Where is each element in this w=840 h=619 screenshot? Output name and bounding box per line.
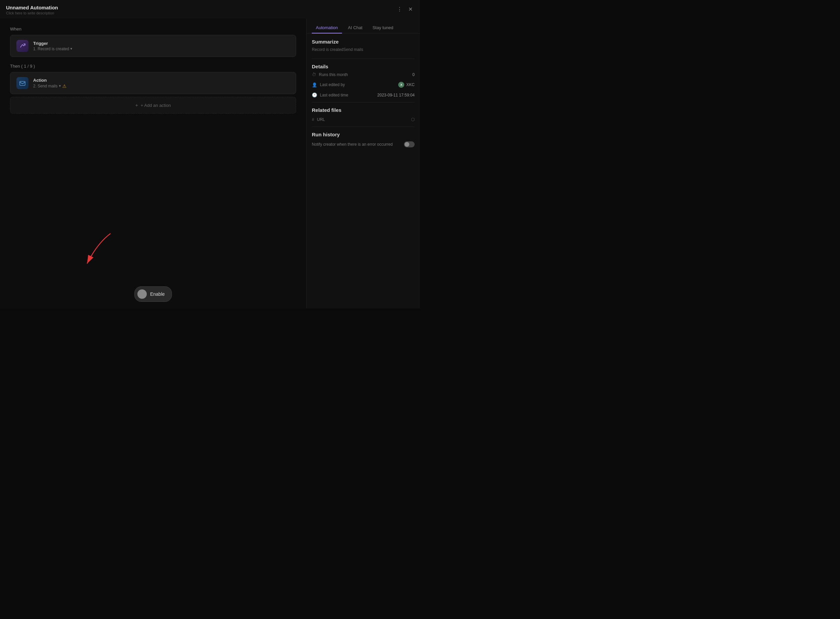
trigger-chevron-icon[interactable]: ▾ <box>70 46 72 51</box>
main-layout: When Trigger 1. Record is created ▾ <box>0 18 420 308</box>
trigger-card-content: Trigger 1. Record is created ▾ <box>33 41 72 51</box>
close-button[interactable]: ✕ <box>407 5 414 14</box>
app-description[interactable]: Click here to write description <box>6 11 58 15</box>
details-section: Details ⏱ Runs this month 0 👤 Last edite… <box>312 64 415 97</box>
detail-label-edited-time: 🕐 Last edited time <box>312 93 348 97</box>
warning-icon: ⚠ <box>62 84 67 89</box>
svg-rect-0 <box>20 81 25 85</box>
action-card-content: Action 2. Send mails ▾ ⚠ <box>33 78 67 89</box>
when-section: When Trigger 1. Record is created ▾ <box>10 27 296 57</box>
header-right: ⋮ ✕ <box>396 5 414 14</box>
detail-edited-time-text: Last edited time <box>320 93 348 97</box>
detail-value-edited-by: X XKC <box>398 82 415 88</box>
summary-text: Record is createdSend mails <box>312 47 415 52</box>
detail-row-edited-by: 👤 Last edited by X XKC <box>312 82 415 88</box>
detail-value-runs: 0 <box>412 72 415 77</box>
detail-runs-text: Runs this month <box>319 72 348 77</box>
header: Unnamed Automation Click here to write d… <box>0 0 420 18</box>
action-card[interactable]: Action 2. Send mails ▾ ⚠ <box>10 72 296 94</box>
action-mail-icon <box>19 80 26 87</box>
enable-area: Enable <box>134 286 172 302</box>
left-panel: When Trigger 1. Record is created ▾ <box>0 18 306 308</box>
toggle-knob <box>405 142 409 147</box>
action-card-subtitle: 2. Send mails ▾ ⚠ <box>33 84 67 89</box>
trigger-svg-icon <box>19 43 26 49</box>
detail-label-runs: ⏱ Runs this month <box>312 72 348 77</box>
summarize-section: Summarize Record is createdSend mails <box>312 39 415 52</box>
tab-ai-chat[interactable]: AI Chat <box>344 22 366 33</box>
enable-label: Enable <box>150 292 165 297</box>
avatar: X <box>398 82 404 88</box>
detail-row-runs: ⏱ Runs this month 0 <box>312 72 415 77</box>
trigger-card-title: Trigger <box>33 41 72 46</box>
user-icon: 👤 <box>312 82 317 87</box>
trigger-subtitle-text[interactable]: 1. Record is created <box>33 46 69 51</box>
divider-3 <box>312 127 415 127</box>
right-panel: Automation AI Chat Stay tuned Summarize … <box>306 18 420 308</box>
close-icon: ✕ <box>408 6 413 12</box>
related-files-section: Related files # URL ⬡ <box>312 107 415 122</box>
red-arrow-annotation <box>67 230 121 272</box>
action-subtitle-text[interactable]: 2. Send mails <box>33 84 58 88</box>
related-files-title: Related files <box>312 107 415 113</box>
tab-automation[interactable]: Automation <box>312 22 342 33</box>
plus-icon: + <box>135 103 138 108</box>
tab-stay-tuned[interactable]: Stay tuned <box>368 22 397 33</box>
action-card-icon <box>16 77 28 89</box>
url-row: # URL ⬡ <box>312 117 415 122</box>
run-history-section: Run history Notify creator when there is… <box>312 132 415 147</box>
add-action-label: + Add an action <box>140 103 171 108</box>
more-icon: ⋮ <box>397 6 402 12</box>
hash-icon: # <box>312 117 314 122</box>
clock-icon: 🕐 <box>312 93 317 97</box>
action-card-title: Action <box>33 78 67 83</box>
trigger-card-icon <box>16 40 28 52</box>
notify-toggle[interactable] <box>404 141 415 147</box>
detail-label-edited-by: 👤 Last edited by <box>312 82 345 87</box>
detail-value-edited-time: 2023-09-11 17:59:04 <box>377 93 415 97</box>
details-title: Details <box>312 64 415 69</box>
right-content: Summarize Record is createdSend mails De… <box>306 33 420 153</box>
detail-edited-by-text: Last edited by <box>320 82 345 87</box>
url-label: URL <box>317 117 325 122</box>
notify-text: Notify creator when there is an error oc… <box>312 142 393 147</box>
summarize-title: Summarize <box>312 39 415 45</box>
enable-button[interactable]: Enable <box>134 286 172 302</box>
divider-1 <box>312 58 415 59</box>
runs-icon: ⏱ <box>312 72 316 77</box>
run-history-title: Run history <box>312 132 415 138</box>
when-label: When <box>10 27 296 31</box>
trigger-card[interactable]: Trigger 1. Record is created ▾ <box>10 35 296 57</box>
notify-row: Notify creator when there is an error oc… <box>312 141 415 147</box>
tabs: Automation AI Chat Stay tuned <box>306 18 420 33</box>
url-left: # URL <box>312 117 325 122</box>
add-action-card[interactable]: + + Add an action <box>10 97 296 114</box>
external-link-icon[interactable]: ⬡ <box>411 117 415 122</box>
app-title[interactable]: Unnamed Automation <box>6 5 58 10</box>
then-label: Then ( 1 / 9 ) <box>10 64 296 69</box>
more-options-button[interactable]: ⋮ <box>396 5 404 14</box>
action-chevron-icon[interactable]: ▾ <box>59 84 61 88</box>
trigger-card-subtitle: 1. Record is created ▾ <box>33 46 72 51</box>
toggle-circle <box>138 289 147 299</box>
divider-2 <box>312 102 415 103</box>
header-left: Unnamed Automation Click here to write d… <box>6 5 58 15</box>
then-section: Then ( 1 / 9 ) Action 2. Send mails ▾ ⚠ <box>10 64 296 114</box>
detail-row-edited-time: 🕐 Last edited time 2023-09-11 17:59:04 <box>312 93 415 97</box>
